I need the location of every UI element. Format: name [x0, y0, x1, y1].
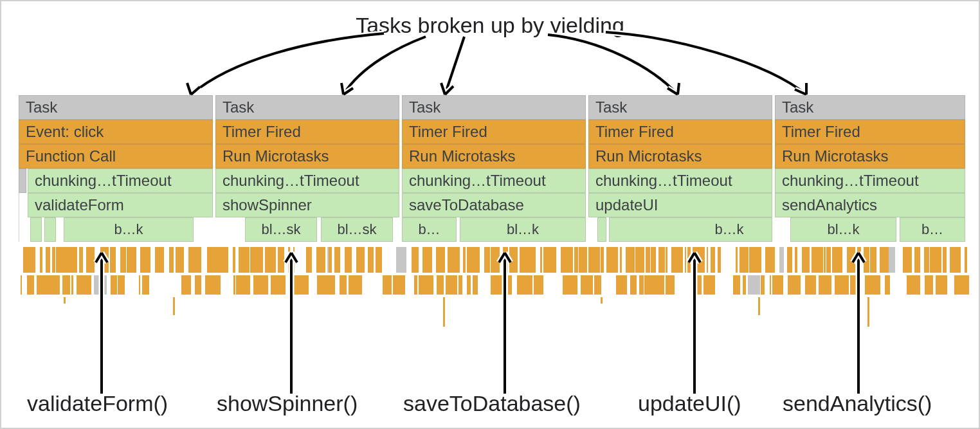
call-bar-1: Run Microtasks	[215, 144, 399, 169]
chunk-bar-4: chunking…tTimeout	[775, 169, 965, 193]
chunk-bar-0: chunking…tTimeout	[28, 169, 213, 193]
top-arrows	[1, 1, 980, 104]
fn-bar-3: updateUI	[588, 193, 772, 217]
call-bar-0: Function Call	[19, 144, 213, 169]
sub-bar-1a: bl…sk	[245, 217, 317, 242]
row-event: Event: click Timer Fired Timer Fired Tim…	[19, 120, 965, 144]
label-4: sendAnalytics()	[783, 391, 932, 416]
sub-bar-3: b…k	[609, 217, 772, 242]
micro-row-2	[19, 275, 965, 295]
task-bar-0: Task	[19, 95, 213, 120]
chunk-bar-3: chunking…tTimeout	[588, 169, 772, 193]
fn-bar-2: saveToDatabase	[402, 193, 586, 217]
fn-bar-1: showSpinner	[215, 193, 399, 217]
sub-bar-1b: bl…sk	[321, 217, 393, 242]
call-bar-3: Run Microtasks	[588, 144, 772, 169]
fn-bar-0: validateForm	[28, 193, 213, 217]
sub-bar-0: b…k	[64, 217, 194, 242]
label-1: showSpinner()	[217, 391, 358, 416]
event-bar-1: Timer Fired	[215, 120, 399, 144]
task-bar-2: Task	[402, 95, 586, 120]
row-task: Task Task Task Task Task	[19, 95, 965, 120]
event-bar-4: Timer Fired	[775, 120, 965, 144]
event-bar-0: Event: click	[19, 120, 213, 144]
fn-bar-4: sendAnalytics	[775, 193, 965, 217]
task-bar-1: Task	[215, 95, 399, 120]
row-call: Function Call Run Microtasks Run Microta…	[19, 144, 965, 169]
event-bar-2: Timer Fired	[402, 120, 586, 144]
label-0: validateForm()	[27, 391, 168, 416]
row-chunk: chunking…tTimeout chunking…tTimeout chun…	[19, 169, 965, 193]
chunk-bar-1: chunking…tTimeout	[215, 169, 399, 193]
sub-bar-2a: b…	[402, 217, 457, 242]
row-fn: validateForm showSpinner saveToDatabase …	[19, 193, 965, 217]
event-bar-3: Timer Fired	[588, 120, 772, 144]
label-3: updateUI()	[638, 391, 741, 416]
row-sub: b…k bl…sk bl…sk b… bl…k b…k bl…k b…	[19, 217, 965, 242]
task-bar-4: Task	[775, 95, 965, 120]
chunk-bar-2: chunking…tTimeout	[402, 169, 586, 193]
sub-bar-2b: bl…k	[460, 217, 586, 242]
task-bar-3: Task	[588, 95, 772, 120]
call-bar-4: Run Microtasks	[775, 144, 965, 169]
micro-row-3	[19, 297, 965, 328]
flame-chart: Task Task Task Task Task Event: click Ti…	[19, 95, 965, 242]
call-bar-2: Run Microtasks	[402, 144, 586, 169]
sub-sliver-3a	[597, 217, 606, 242]
micro-row-1	[19, 247, 965, 273]
sub-bar-4a: bl…k	[790, 217, 896, 242]
label-2: saveToDatabase()	[403, 391, 581, 416]
sub-sliver-0b	[44, 217, 56, 242]
sub-bar-4b: b…	[900, 217, 965, 242]
sub-sliver-0a	[30, 217, 42, 242]
